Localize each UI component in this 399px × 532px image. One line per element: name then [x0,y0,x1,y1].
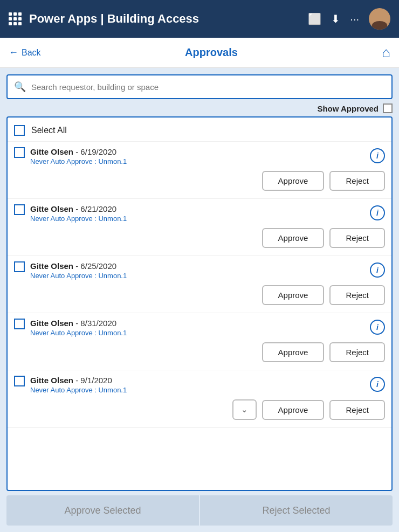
info-icon[interactable]: i [370,148,385,163]
request-info: Gitte Olsen - 6/21/2020 Never Auto Appro… [30,204,364,223]
request-date: - 6/21/2020 [75,204,116,213]
approve-button[interactable]: Approve [262,228,325,248]
approve-button[interactable]: Approve [262,285,325,305]
info-icon[interactable]: i [370,377,385,392]
request-date: - 9/1/2020 [75,376,112,385]
list-item: Gitte Olsen - 6/21/2020 Never Auto Appro… [8,199,391,256]
request-subtitle[interactable]: Never Auto Approve : Unmon.1 [30,329,364,337]
request-date: - 8/31/2020 [75,319,116,328]
list-item: Gitte Olsen - 8/31/2020 Never Auto Appro… [8,313,391,370]
request-name: Gitte Olsen [30,204,73,213]
request-name-date: Gitte Olsen - 9/1/2020 [30,376,364,385]
search-input[interactable] [31,82,385,92]
request-checkbox[interactable] [14,319,25,329]
app-header: Power Apps | Building Access ⬜ ⬇ ··· [0,0,399,38]
request-checkbox[interactable] [14,376,25,386]
page-title: Approvals [41,46,382,59]
request-subtitle[interactable]: Never Auto Approve : Unmon.1 [30,272,364,280]
request-name: Gitte Olsen [30,147,73,156]
reject-button[interactable]: Reject [329,342,385,362]
list-item: Gitte Olsen - 6/25/2020 Never Auto Appro… [8,256,391,313]
bottom-bar: Approve Selected Reject Selected [6,495,393,526]
main-content: 🔍 Show Approved Select All Gitte Olsen -… [0,68,399,532]
select-all-label: Select All [31,126,67,135]
requests-container: Gitte Olsen - 6/19/2020 Never Auto Appro… [8,142,391,428]
back-label: Back [22,48,41,58]
request-actions: Approve Reject [14,342,385,362]
header-actions: ⬜ ⬇ ··· [308,8,390,30]
back-button[interactable]: ← Back [9,47,41,58]
show-approved-row: Show Approved [6,103,393,113]
approve-selected-button[interactable]: Approve Selected [6,495,199,526]
request-name-date: Gitte Olsen - 6/19/2020 [30,147,364,156]
request-header: Gitte Olsen - 8/31/2020 Never Auto Appro… [14,319,385,337]
request-subtitle[interactable]: Never Auto Approve : Unmon.1 [30,386,364,394]
show-approved-label: Show Approved [317,104,379,113]
approve-button[interactable]: Approve [262,342,325,362]
request-name-date: Gitte Olsen - 6/25/2020 [30,261,364,271]
more-options-icon[interactable]: ··· [350,13,359,25]
request-actions: Approve Reject [14,228,385,248]
request-header: Gitte Olsen - 9/1/2020 Never Auto Approv… [14,376,385,394]
back-arrow-icon: ← [9,47,18,58]
header-title: Power Apps | Building Access [29,12,308,26]
approve-button[interactable]: Approve [262,171,325,191]
request-actions: ⌄ Approve Reject [14,399,385,420]
request-header: Gitte Olsen - 6/25/2020 Never Auto Appro… [14,261,385,280]
request-subtitle[interactable]: Never Auto Approve : Unmon.1 [30,215,364,223]
request-date: - 6/19/2020 [75,147,116,156]
request-header: Gitte Olsen - 6/19/2020 Never Auto Appro… [14,147,385,165]
request-name: Gitte Olsen [30,376,73,385]
user-avatar[interactable] [369,8,390,30]
reject-selected-button[interactable]: Reject Selected [200,495,393,526]
request-actions: Approve Reject [14,285,385,305]
request-name: Gitte Olsen [30,261,73,271]
request-name-date: Gitte Olsen - 6/21/2020 [30,204,364,213]
show-approved-checkbox[interactable] [383,103,393,113]
request-checkbox[interactable] [14,147,25,158]
request-checkbox[interactable] [14,261,25,272]
home-icon[interactable]: ⌂ [382,44,390,61]
request-info: Gitte Olsen - 8/31/2020 Never Auto Appro… [30,319,364,337]
request-actions: Approve Reject [14,171,385,191]
select-all-checkbox[interactable] [14,125,25,136]
list-item: Gitte Olsen - 6/19/2020 Never Auto Appro… [8,142,391,199]
request-date: - 6/25/2020 [75,261,116,271]
grid-menu-icon[interactable] [9,12,22,25]
search-bar: 🔍 [6,74,393,99]
list-item: Gitte Olsen - 9/1/2020 Never Auto Approv… [8,370,391,428]
request-info: Gitte Olsen - 6/19/2020 Never Auto Appro… [30,147,364,165]
dropdown-button[interactable]: ⌄ [232,399,257,420]
request-info: Gitte Olsen - 6/25/2020 Never Auto Appro… [30,261,364,280]
request-subtitle[interactable]: Never Auto Approve : Unmon.1 [30,157,364,165]
request-info: Gitte Olsen - 9/1/2020 Never Auto Approv… [30,376,364,394]
request-name-date: Gitte Olsen - 8/31/2020 [30,319,364,328]
reject-button[interactable]: Reject [329,400,385,420]
screen-icon[interactable]: ⬜ [308,12,321,25]
download-icon[interactable]: ⬇ [331,12,340,25]
reject-button[interactable]: Reject [329,171,385,191]
search-icon: 🔍 [14,81,26,93]
navigation-bar: ← Back Approvals ⌂ [0,38,399,68]
approve-button[interactable]: Approve [262,400,325,420]
select-all-row: Select All [8,122,391,142]
requests-list: Select All Gitte Olsen - 6/19/2020 Never… [6,116,393,491]
info-icon[interactable]: i [370,320,385,335]
request-name: Gitte Olsen [30,319,73,328]
reject-button[interactable]: Reject [329,228,385,248]
info-icon[interactable]: i [370,262,385,278]
request-header: Gitte Olsen - 6/21/2020 Never Auto Appro… [14,204,385,223]
request-checkbox[interactable] [14,204,25,215]
info-icon[interactable]: i [370,205,385,220]
reject-button[interactable]: Reject [329,285,385,305]
